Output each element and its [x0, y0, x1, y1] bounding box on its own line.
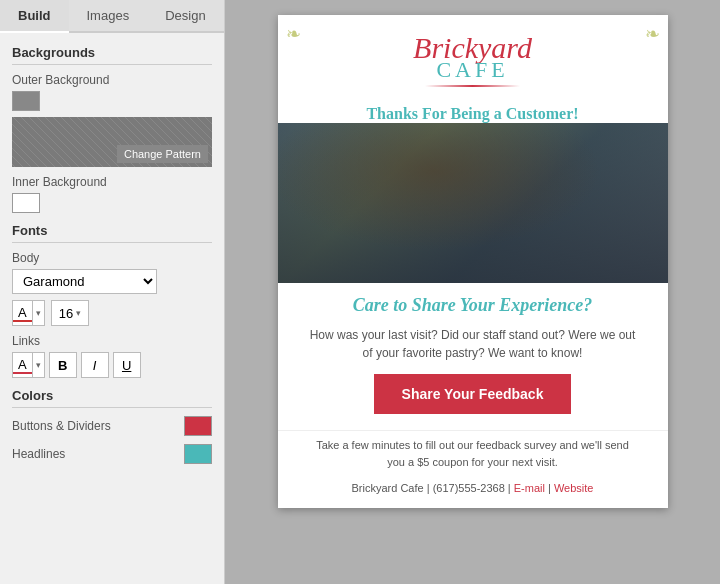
inner-background-row — [12, 193, 212, 213]
tab-build[interactable]: Build — [0, 0, 69, 33]
left-panel: Build Images Design Backgrounds Outer Ba… — [0, 0, 225, 584]
email-footer-text: Take a few minutes to fill out our feedb… — [278, 430, 668, 476]
italic-button[interactable]: I — [81, 352, 109, 378]
buttons-color-swatch[interactable] — [184, 416, 212, 436]
logo-divider — [425, 85, 520, 87]
font-size-value: 16 — [59, 306, 73, 321]
link-color-button[interactable]: A ▾ — [12, 352, 45, 378]
body-font-label: Body — [12, 251, 212, 265]
pattern-preview: Change Pattern — [12, 117, 212, 167]
headlines-color-swatch[interactable] — [184, 444, 212, 464]
right-panel: ❧ ❧ Brickyard CAFE Thanks For Being a Cu… — [225, 0, 720, 584]
outer-background-label: Outer Background — [12, 73, 212, 87]
contact-phone: (617)555-2368 — [433, 482, 505, 494]
headlines-color-row: Headlines — [12, 444, 212, 464]
email-tagline: Thanks For Being a Customer! — [278, 97, 668, 123]
headlines-color-label: Headlines — [12, 447, 65, 461]
outer-background-row — [12, 91, 212, 111]
corner-decor-tr: ❧ — [645, 23, 660, 45]
email-contact: Brickyard Cafe | (617)555-2368 | E-mail … — [278, 476, 668, 508]
email-hero-image — [278, 123, 668, 283]
link-color-a-label: A — [13, 357, 32, 374]
email-header: ❧ ❧ Brickyard CAFE — [278, 15, 668, 97]
links-format-row: A ▾ B I U — [12, 352, 212, 378]
email-cta-title: Care to Share Your Experience? — [278, 283, 668, 322]
feedback-button[interactable]: Share Your Feedback — [374, 374, 572, 414]
tab-design[interactable]: Design — [147, 0, 223, 31]
inner-background-swatch[interactable] — [12, 193, 40, 213]
fonts-section-title: Fonts — [12, 223, 212, 243]
inner-background-label: Inner Background — [12, 175, 212, 189]
font-size-row: A ▾ 16 ▾ — [12, 300, 212, 326]
underline-button[interactable]: U — [113, 352, 141, 378]
buttons-color-label: Buttons & Dividers — [12, 419, 111, 433]
image-overlay — [278, 123, 668, 283]
corner-decor-tl: ❧ — [286, 23, 301, 45]
backgrounds-section-title: Backgrounds — [12, 45, 212, 65]
panel-content: Backgrounds Outer Background Change Patt… — [0, 33, 224, 584]
font-size-arrow-icon: ▾ — [76, 308, 81, 318]
colors-section-title: Colors — [12, 388, 212, 408]
font-color-a-label: A — [13, 305, 32, 322]
tabs-bar: Build Images Design — [0, 0, 224, 33]
buttons-color-row: Buttons & Dividers — [12, 416, 212, 436]
font-select-row: Garamond — [12, 269, 212, 294]
contact-website-link[interactable]: Website — [554, 482, 594, 494]
links-label: Links — [12, 334, 212, 348]
outer-background-swatch[interactable] — [12, 91, 40, 111]
change-pattern-button[interactable]: Change Pattern — [117, 145, 208, 163]
font-color-arrow-icon: ▾ — [32, 301, 44, 325]
font-family-select[interactable]: Garamond — [12, 269, 157, 294]
email-body-text: How was your last visit? Did our staff s… — [278, 322, 668, 374]
cafe-logo: Brickyard CAFE — [413, 33, 532, 87]
link-color-arrow-icon: ▾ — [32, 353, 44, 377]
bold-button[interactable]: B — [49, 352, 77, 378]
contact-name: Brickyard Cafe — [352, 482, 424, 494]
font-color-button[interactable]: A ▾ — [12, 300, 45, 326]
tab-images[interactable]: Images — [69, 0, 148, 31]
contact-email-link[interactable]: E-mail — [514, 482, 545, 494]
font-size-button[interactable]: 16 ▾ — [51, 300, 89, 326]
email-preview: ❧ ❧ Brickyard CAFE Thanks For Being a Cu… — [278, 15, 668, 508]
